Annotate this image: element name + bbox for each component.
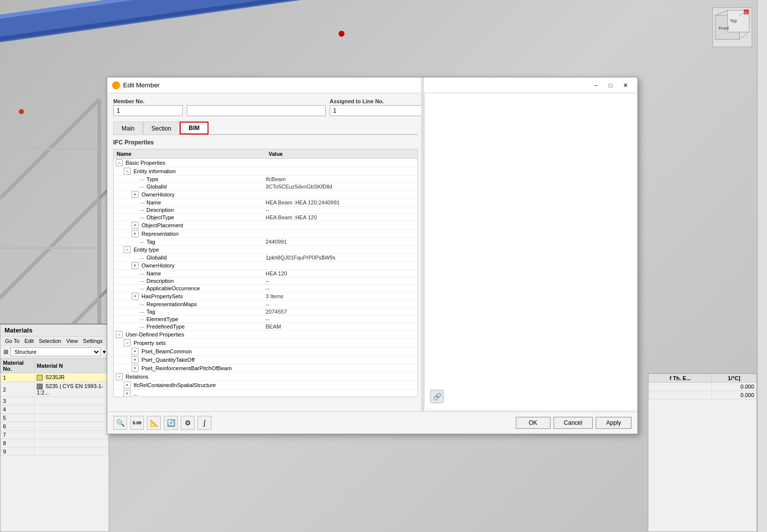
tree-container[interactable]: Name Value −Basic Properties−Entity info…	[113, 149, 418, 397]
tab-bim[interactable]: BIM	[180, 122, 209, 134]
integral-icon-btn[interactable]: ∫	[198, 416, 211, 430]
expand-btn[interactable]: +	[132, 191, 139, 198]
tree-row[interactable]: +...	[114, 390, 418, 398]
member-no-input[interactable]	[113, 105, 183, 116]
ruler-icon-btn[interactable]: 📐	[147, 416, 161, 430]
tab-section[interactable]: Section	[143, 122, 180, 134]
tree-node-label: IfcRelContainedInSpatialStructure	[134, 382, 216, 388]
mat-row-2[interactable]: 2 S235 | CYS EN 1993-1-1:2...	[1, 382, 109, 397]
mat-row-6[interactable]: 6	[1, 422, 109, 431]
mat-row-4[interactable]: 4	[1, 405, 109, 414]
tree-row[interactable]: +Pset_BeamCommon	[114, 347, 418, 356]
tree-row: —GlobalId3CTo5CEuz5dvnGbSKfDlld	[114, 183, 418, 191]
tree-row[interactable]: +Representation	[114, 230, 418, 238]
dialog-bottom: 🔍 0.00 📐 🔄 ⚙ ∫ OK Cancel Apply	[107, 411, 637, 434]
expand-btn[interactable]: −	[116, 373, 123, 380]
col-name: Name	[114, 149, 266, 159]
tree-row[interactable]: −Basic Properties	[114, 159, 418, 167]
menu-settings[interactable]: Settings	[81, 337, 104, 344]
svg-rect-11	[0, 0, 357, 22]
svg-rect-12	[0, 0, 360, 44]
structure-icon: ⊞	[3, 348, 8, 355]
cancel-button[interactable]: Cancel	[554, 417, 593, 429]
tab-main[interactable]: Main	[113, 122, 143, 134]
maximize-button[interactable]: □	[604, 80, 618, 90]
menu-view[interactable]: View	[65, 337, 79, 344]
mat-row-5[interactable]: 5	[1, 414, 109, 422]
tree-row[interactable]: −Entity information	[114, 167, 418, 176]
dropdown-arrow: ▾	[103, 348, 106, 355]
ifc-link-icon[interactable]: 🔗	[429, 389, 444, 404]
expand-btn[interactable]: −	[124, 168, 131, 175]
gear-icon-btn[interactable]: ⚙	[181, 416, 195, 430]
expand-btn[interactable]: +	[132, 365, 139, 372]
tree-node-label: HasPropertySets	[141, 293, 183, 299]
menu-goto[interactable]: Go To	[3, 337, 21, 344]
tree-node-label: Description	[146, 278, 174, 284]
expand-btn[interactable]: +	[132, 293, 139, 300]
materials-panel: Materials Go To Edit Selection View Sett…	[0, 324, 109, 532]
mat-row-7[interactable]: 7	[1, 431, 109, 439]
mat-row-1[interactable]: 1 S235JR	[1, 373, 109, 382]
tree-row: —ApplicableOccurrence--	[114, 285, 418, 292]
tree-row: —Tag2074557	[114, 308, 418, 316]
member-field2-input[interactable]	[187, 105, 326, 116]
expand-btn[interactable]: +	[124, 382, 131, 389]
structure-dropdown[interactable]: Structure	[10, 347, 101, 356]
tree-row[interactable]: −Relations	[114, 373, 418, 381]
nav-cube[interactable]: Front Top ×	[712, 7, 752, 47]
member-no-label: Member No.	[113, 98, 183, 104]
svg-rect-10	[0, 0, 360, 46]
assigned-input[interactable]	[330, 105, 424, 116]
close-button[interactable]: ✕	[619, 80, 632, 90]
tree-row[interactable]: +OwnerHistory	[114, 191, 418, 199]
expand-btn[interactable]: −	[116, 331, 123, 338]
rotate-icon-btn[interactable]: 🔄	[164, 416, 178, 430]
expand-btn[interactable]: +	[132, 262, 139, 269]
tree-row[interactable]: +HasPropertySets3 Items	[114, 292, 418, 301]
minimize-button[interactable]: −	[589, 80, 603, 90]
dialog-titlebar: Edit Member − □ ✕	[107, 77, 637, 93]
tree-row: —GlobalId1pkh8QJ01FquPrP0Ps$W9s	[114, 254, 418, 262]
dialog-right-panel: 🔗	[424, 93, 637, 409]
splitter[interactable]	[421, 77, 424, 434]
menu-edit[interactable]: Edit	[23, 337, 35, 344]
mat-color-1	[37, 375, 43, 381]
mat-row-3[interactable]: 3	[1, 397, 109, 405]
svg-line-19	[740, 32, 750, 40]
expand-btn[interactable]: +	[132, 356, 139, 363]
tree-node-label: ObjectPlacement	[141, 222, 183, 228]
tree-row[interactable]: −Property sets	[114, 339, 418, 347]
tree-row: —Tag2440991	[114, 238, 418, 246]
expand-btn[interactable]: +	[132, 230, 139, 237]
tree-node-label: Relations	[126, 374, 148, 380]
tree-row[interactable]: +IfcRelContainedInSpatialStructure	[114, 381, 418, 390]
br-table: f Th. E... 1/°C] 0.000 0.000	[648, 374, 757, 399]
mat-row-8[interactable]: 8	[1, 439, 109, 448]
menu-selection[interactable]: Selection	[37, 337, 63, 344]
tree-row[interactable]: +Pset_ReinforcementBarPitchOfBeam	[114, 364, 418, 373]
expand-btn[interactable]: −	[124, 339, 131, 346]
tree-row[interactable]: +Pset_QuantityTakeOff	[114, 356, 418, 364]
ok-button[interactable]: OK	[516, 417, 551, 429]
mat-row-9[interactable]: 9	[1, 448, 109, 456]
svg-line-0	[0, 99, 99, 199]
tree-row[interactable]: −User-Defined Properties	[114, 331, 418, 339]
expand-btn[interactable]: −	[124, 246, 131, 253]
expand-btn[interactable]: +	[132, 348, 139, 355]
ifc-properties-header: IFC Properties	[113, 139, 418, 146]
tree-row[interactable]: +OwnerHistory	[114, 262, 418, 270]
member-no-group: Member No.	[113, 98, 183, 116]
apply-button[interactable]: Apply	[596, 417, 631, 429]
expand-btn[interactable]: +	[124, 390, 131, 397]
tree-node-label: Pset_QuantityTakeOff	[141, 357, 195, 363]
tree-row[interactable]: +ObjectPlacement	[114, 221, 418, 230]
expand-btn[interactable]: −	[116, 159, 123, 166]
search-icon-btn[interactable]: 🔍	[113, 416, 127, 430]
tree-row[interactable]: −Entity type	[114, 246, 418, 254]
tree-node-label: Basic Properties	[126, 160, 165, 166]
dialog-controls: − □ ✕	[589, 80, 632, 90]
number-icon-btn[interactable]: 0.00	[130, 416, 144, 430]
expand-btn[interactable]: +	[132, 222, 139, 229]
br-col-2: 1/°C]	[712, 374, 757, 383]
